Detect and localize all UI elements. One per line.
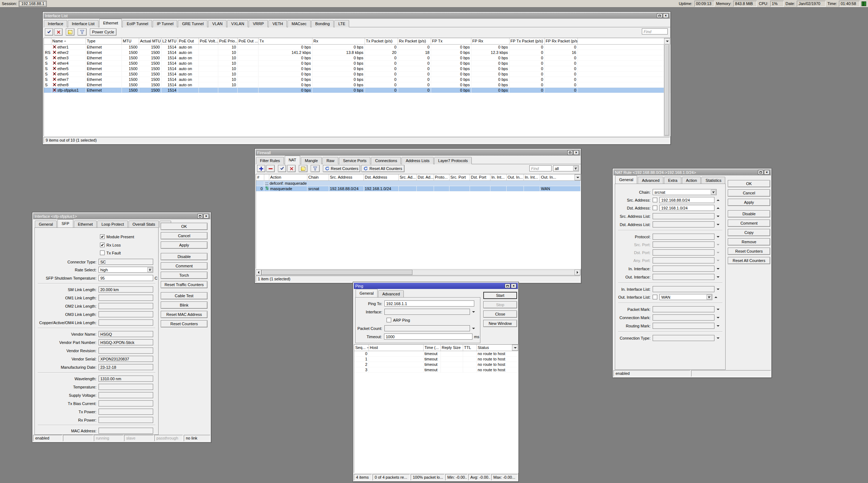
apply-button[interactable]: Apply — [728, 199, 770, 206]
table-row[interactable]: S ether8 Ethernet150015001514auto on100 … — [44, 82, 670, 87]
filter-button[interactable] — [311, 165, 320, 172]
firewall-titlebar[interactable]: Firewall × — [256, 150, 580, 156]
close-icon[interactable]: × — [663, 13, 668, 18]
interface-combo[interactable] — [384, 309, 470, 315]
cancel-button[interactable]: Cancel — [161, 232, 207, 239]
src-address-list-combo[interactable] — [653, 213, 714, 219]
nat-rule-row[interactable]: 0 masquerade srcnat 192.168.88.0/24 192.… — [256, 186, 581, 191]
collapse-up-icon[interactable] — [717, 199, 719, 201]
comment-button[interactable] — [66, 28, 74, 36]
table-header[interactable]: # Action Chain Src. Address Dst. Address… — [256, 174, 581, 180]
collapse-up-icon[interactable] — [714, 296, 717, 298]
combo-down-icon[interactable] — [147, 267, 152, 272]
tab-mangle[interactable]: Mangle — [301, 157, 322, 164]
copy-button[interactable]: Copy — [728, 229, 770, 236]
in-interface-list-combo[interactable] — [653, 286, 714, 292]
packet-mark-combo[interactable] — [653, 306, 714, 312]
scrollbar-track[interactable] — [261, 270, 575, 275]
tab-interface[interactable]: Interface — [44, 20, 67, 27]
rate-select-combo[interactable]: high — [99, 267, 153, 273]
filter-button[interactable] — [78, 28, 87, 36]
column-select-button[interactable] — [512, 345, 518, 351]
tab-statistics[interactable]: Statistics — [702, 177, 725, 184]
tab-gre-tunnel[interactable]: GRE Tunnel — [178, 20, 207, 27]
checkbox-unchecked[interactable] — [387, 318, 391, 322]
new-window-button[interactable]: New Window — [483, 320, 517, 327]
add-button[interactable] — [257, 165, 265, 172]
shutdown-temp-field[interactable]: 95 — [99, 275, 153, 281]
tab-general[interactable]: General — [615, 175, 637, 184]
rx-loss-row[interactable]: Rx Loss — [100, 242, 121, 248]
tab-raw[interactable]: Raw — [323, 157, 338, 164]
reset-mac-address-button[interactable]: Reset MAC Address — [161, 311, 207, 318]
nat-rule-titlebar[interactable]: NAT Rule <192.168.88.0/24->192.168.1.0/2… — [613, 169, 771, 175]
column-select-button[interactable] — [664, 38, 670, 44]
tab-overall-stats[interactable]: Overall Stats — [129, 221, 159, 228]
checkbox-checked[interactable] — [100, 234, 105, 239]
tab-advanced[interactable]: Advanced — [378, 290, 404, 298]
protocol-combo[interactable] — [653, 234, 714, 240]
scrollbar-thumb[interactable] — [664, 45, 669, 135]
enable-button[interactable] — [278, 165, 286, 172]
remove-button[interactable]: Remove — [728, 238, 770, 245]
tab-vrrp[interactable]: VRRP — [249, 20, 268, 27]
reset-counters-button[interactable]: Reset Counters — [728, 248, 770, 255]
table-header[interactable]: Seq... Host Time (... Reply Size TTL Sta… — [354, 345, 518, 351]
table-row[interactable]: S ether5 Ethernet150015001514auto on100 … — [44, 66, 670, 71]
power-cycle-button[interactable]: Power Cycle — [90, 28, 117, 36]
cancel-button[interactable]: Cancel — [728, 189, 770, 197]
combo-down-icon[interactable] — [707, 295, 712, 299]
checkbox-unchecked[interactable] — [653, 295, 657, 299]
column-select-button[interactable] — [575, 174, 581, 180]
tab-action[interactable]: Action — [682, 177, 701, 184]
close-button[interactable]: Close — [483, 310, 517, 318]
table-row[interactable]: RS ether2 Ethernet150015001514auto on101… — [44, 50, 670, 55]
timeout-field[interactable]: 1000 — [384, 334, 472, 340]
chain-combo[interactable]: srcnat — [653, 189, 717, 195]
restore-icon[interactable] — [657, 13, 662, 18]
dropdown-icon[interactable] — [717, 276, 719, 278]
in-interface-combo[interactable] — [653, 266, 714, 272]
ping-row[interactable]: 2timeoutno route to host — [354, 362, 518, 367]
module-present-row[interactable]: Module Present — [100, 234, 134, 240]
find-input[interactable] — [529, 165, 552, 171]
checkbox-unchecked[interactable] — [100, 250, 105, 255]
table-header[interactable]: Name Type MTU Actual MTU L2 MTU PoE Out … — [44, 38, 670, 44]
tab-general[interactable]: General — [356, 289, 378, 298]
close-icon[interactable]: × — [764, 170, 769, 175]
tab-interface-list[interactable]: Interface List — [68, 20, 99, 27]
restore-icon[interactable] — [567, 150, 573, 155]
remove-button[interactable] — [266, 165, 275, 172]
reset-all-counters-button[interactable]: Reset All Counters — [728, 257, 770, 264]
close-icon[interactable]: × — [511, 284, 516, 288]
ping-to-field[interactable]: 192.168.1.1 — [384, 300, 474, 307]
reset-counters-button[interactable]: Reset Counters — [161, 320, 207, 327]
tab-ethernet[interactable]: Ethernet — [74, 221, 97, 228]
stop-button[interactable]: Stop — [483, 301, 517, 308]
collapse-up-icon[interactable] — [717, 207, 719, 209]
ping-row[interactable]: 3timeoutno route to host — [354, 367, 518, 372]
tab-connections[interactable]: Connections — [371, 157, 401, 164]
out-interface-combo[interactable] — [653, 274, 714, 280]
checkbox-unchecked[interactable] — [653, 198, 657, 202]
tab-sfp[interactable]: SFP — [58, 219, 73, 228]
arp-ping-row[interactable]: ARP Ping — [387, 317, 410, 323]
tab-ip-tunnel[interactable]: IP Tunnel — [153, 20, 177, 27]
ping-row[interactable]: 0timeoutno route to host — [354, 351, 518, 356]
horizontal-scrollbar[interactable] — [256, 270, 580, 275]
tab-address-lists[interactable]: Address Lists — [402, 157, 433, 164]
dst-address-list-combo[interactable] — [653, 221, 714, 227]
dropdown-icon[interactable] — [717, 224, 719, 225]
dropdown-icon[interactable] — [717, 216, 719, 217]
enable-button[interactable] — [45, 28, 53, 36]
dropdown-icon[interactable] — [717, 268, 719, 270]
blink-button[interactable]: Blink — [161, 302, 207, 309]
ok-button[interactable]: OK — [728, 180, 770, 187]
dropdown-icon[interactable] — [717, 309, 719, 310]
dropdown-icon[interactable] — [717, 325, 719, 327]
out-interface-list-combo[interactable]: WAN — [659, 294, 712, 300]
table-row[interactable]: S ether6 Ethernet150015001514auto on100 … — [44, 71, 670, 77]
dropdown-icon[interactable] — [472, 311, 475, 313]
start-button[interactable]: Start — [483, 292, 517, 299]
checkbox-checked[interactable] — [100, 243, 105, 247]
